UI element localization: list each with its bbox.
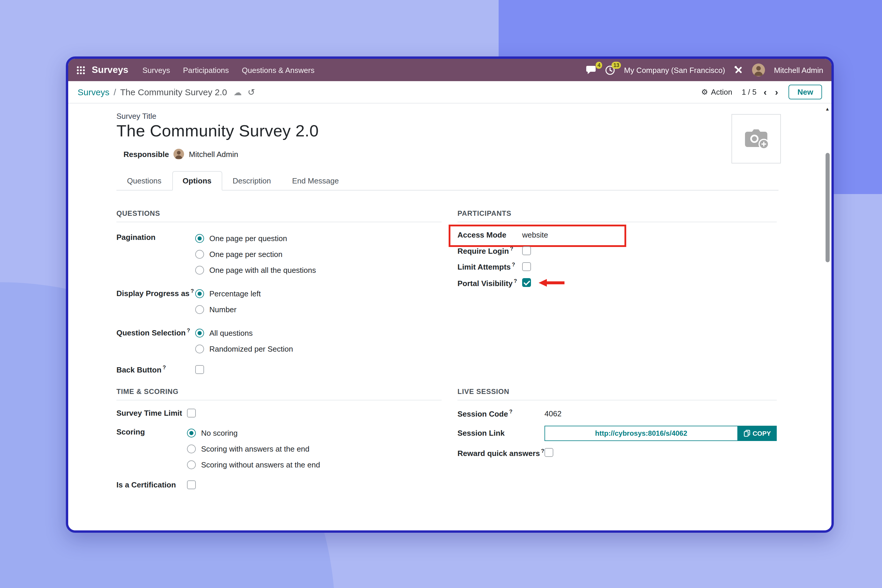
tab-options[interactable]: Options xyxy=(172,171,222,190)
action-menu-button[interactable]: ⚙ Action xyxy=(701,88,732,96)
company-switcher[interactable]: My Company (San Francisco) xyxy=(624,66,725,74)
tab-label: Options xyxy=(183,176,212,185)
option-label: No scoring xyxy=(201,429,237,438)
copy-label: COPY xyxy=(753,429,771,436)
copy-button[interactable]: COPY xyxy=(738,425,777,441)
options-columns: QUESTIONS Pagination One page per questi… xyxy=(116,209,778,497)
radio-option[interactable]: All questions xyxy=(195,325,293,341)
field-label: Require Login? xyxy=(458,246,522,255)
section-heading: LIVE SESSION xyxy=(458,388,777,401)
radio-group-display-progress: Percentage left Number xyxy=(195,286,261,318)
app-name[interactable]: Surveys xyxy=(92,64,129,75)
radio-icon[interactable] xyxy=(195,329,204,338)
tab-description[interactable]: Description xyxy=(222,171,281,190)
scrollbar-thumb[interactable] xyxy=(825,153,830,262)
breadcrumb-parent[interactable]: Surveys xyxy=(78,87,110,97)
is-certification-checkbox[interactable] xyxy=(187,481,196,489)
pager-value: 1 / 5 xyxy=(742,88,757,96)
menu-questions-answers[interactable]: Questions & Answers xyxy=(242,66,315,74)
option-label: Scoring without answers at the end xyxy=(201,461,320,470)
radio-icon[interactable] xyxy=(187,461,196,470)
field-limit-attempts: Limit Attempts? xyxy=(458,262,777,272)
tab-label: End Message xyxy=(292,176,339,185)
section-questions: QUESTIONS Pagination One page per questi… xyxy=(116,209,442,382)
radio-icon[interactable] xyxy=(195,234,204,243)
radio-icon[interactable] xyxy=(195,289,204,298)
help-icon: ? xyxy=(512,262,515,268)
help-icon: ? xyxy=(187,327,190,333)
tab-questions[interactable]: Questions xyxy=(116,171,172,190)
field-access-mode: Access Mode website xyxy=(458,231,777,239)
radio-option[interactable]: Randomized per Section xyxy=(195,341,293,357)
radio-icon[interactable] xyxy=(195,250,204,259)
help-icon: ? xyxy=(541,448,544,454)
radio-option[interactable]: Number xyxy=(195,302,261,318)
field-label: Pagination xyxy=(116,231,195,278)
field-question-selection: Question Selection? All questions Random… xyxy=(116,325,442,357)
menu-participations[interactable]: Participations xyxy=(183,66,229,74)
messages-icon[interactable]: 4 xyxy=(586,65,596,75)
responsible-avatar xyxy=(174,149,184,159)
radio-option[interactable]: No scoring xyxy=(187,425,320,441)
debug-tools-icon[interactable] xyxy=(734,65,743,75)
radio-option[interactable]: Percentage left xyxy=(195,286,261,302)
radio-option[interactable]: Scoring without answers at the end xyxy=(187,457,320,473)
pager-next-button[interactable]: › xyxy=(774,87,779,97)
require-login-checkbox[interactable] xyxy=(522,246,531,255)
back-button-checkbox[interactable] xyxy=(195,365,204,374)
save-cloud-icon[interactable]: ☁ xyxy=(233,87,242,97)
access-mode-field[interactable]: website xyxy=(522,231,548,239)
radio-icon[interactable] xyxy=(195,345,204,353)
radio-icon[interactable] xyxy=(195,305,204,314)
tab-end-message[interactable]: End Message xyxy=(281,171,349,190)
portal-visibility-checkbox[interactable] xyxy=(522,278,531,287)
field-label: Portal Visibility? xyxy=(458,278,522,288)
discard-icon[interactable]: ↺ xyxy=(248,87,255,98)
responsible-field[interactable]: Mitchell Admin xyxy=(189,150,238,159)
apps-grid-icon[interactable] xyxy=(76,66,85,74)
session-link-url[interactable]: http://cybrosys:8016/s/4062 xyxy=(595,429,687,437)
field-require-login: Require Login? xyxy=(458,246,777,255)
option-label: Number xyxy=(209,305,237,314)
radio-option[interactable]: One page per question xyxy=(195,231,316,246)
field-label: Display Progress as? xyxy=(116,286,195,318)
field-label: Session Code? xyxy=(458,409,544,418)
survey-title-field[interactable]: The Community Survey 2.0 xyxy=(116,122,778,141)
option-label: One page per section xyxy=(209,250,282,259)
camera-plus-icon xyxy=(742,127,770,150)
field-session-code: Session Code? 4062 xyxy=(458,409,777,418)
user-avatar[interactable] xyxy=(752,63,765,76)
responsible-row: Responsible Mitchell Admin xyxy=(123,149,778,159)
scrollbar-up-arrow[interactable]: ▲ xyxy=(825,107,830,112)
notebook-tabs: Questions Options Description End Messag… xyxy=(116,171,778,190)
pager: 1 / 5 ‹ › xyxy=(742,87,779,97)
reward-quick-answers-checkbox[interactable] xyxy=(544,448,553,457)
radio-icon[interactable] xyxy=(187,429,196,438)
menu-surveys[interactable]: Surveys xyxy=(142,66,170,74)
radio-option[interactable]: Scoring with answers at the end xyxy=(187,441,320,457)
section-heading: TIME & SCORING xyxy=(116,388,442,401)
radio-option[interactable]: One page with all the questions xyxy=(195,262,316,278)
session-link-input[interactable]: http://cybrosys:8016/s/4062 xyxy=(544,425,738,441)
radio-option[interactable]: One page per section xyxy=(195,246,316,262)
pager-previous-button[interactable]: ‹ xyxy=(762,87,768,97)
section-heading: QUESTIONS xyxy=(116,209,442,222)
user-name[interactable]: Mitchell Admin xyxy=(774,66,823,74)
activities-icon[interactable]: 13 xyxy=(605,65,615,75)
help-icon: ? xyxy=(191,288,194,294)
breadcrumb-separator: / xyxy=(114,87,116,97)
section-time-scoring: TIME & SCORING Survey Time Limit Scoring… xyxy=(116,388,442,497)
survey-time-limit-checkbox[interactable] xyxy=(187,409,196,418)
top-menu: Surveys Participations Questions & Answe… xyxy=(142,66,315,74)
field-label: Scoring xyxy=(116,425,187,473)
field-display-progress: Display Progress as? Percentage left Num… xyxy=(116,286,442,318)
limit-attempts-checkbox[interactable] xyxy=(522,262,531,271)
radio-icon[interactable] xyxy=(195,266,204,274)
messages-badge: 4 xyxy=(596,62,602,69)
field-label: Back Button? xyxy=(116,364,195,374)
field-reward-quick-answers: Reward quick answers? xyxy=(458,448,777,458)
new-button[interactable]: New xyxy=(789,85,822,99)
field-label: Access Mode xyxy=(458,231,522,239)
radio-icon[interactable] xyxy=(187,445,196,454)
survey-image-placeholder[interactable] xyxy=(732,114,781,164)
